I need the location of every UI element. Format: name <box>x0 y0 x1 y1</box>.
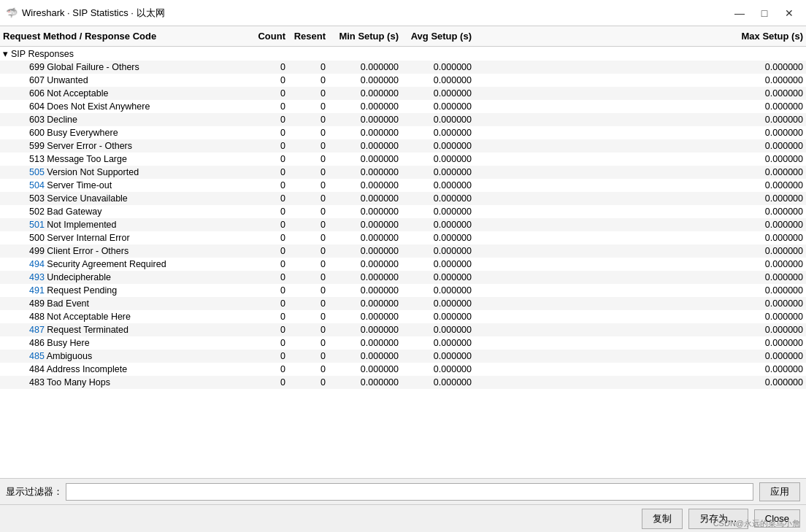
response-code: 604 <box>29 101 45 112</box>
table-container[interactable]: Request Method / Response Code Count Res… <box>0 26 806 478</box>
method-cell: 505 Version Not Supported <box>0 166 248 179</box>
table-row: 489 Bad Event 0 0 0.000000 0.000000 0.00… <box>0 297 806 310</box>
method-cell: 494 Security Agreement Required <box>0 258 248 271</box>
method-cell: 600 Busy Everywhere <box>0 126 248 139</box>
count-cell: 0 <box>248 376 288 389</box>
max-cell: 0.000000 <box>475 166 806 179</box>
resent-cell: 0 <box>288 205 329 218</box>
group-header-row: ▾SIP Responses <box>0 47 806 61</box>
resent-cell: 0 <box>288 179 329 192</box>
response-code-link[interactable]: 493 <box>29 272 45 282</box>
min-cell: 0.000000 <box>329 297 402 310</box>
count-cell: 0 <box>248 100 288 113</box>
table-row: 600 Busy Everywhere 0 0 0.000000 0.00000… <box>0 126 806 139</box>
min-cell: 0.000000 <box>329 166 402 179</box>
resent-cell: 0 <box>288 139 329 153</box>
min-cell: 0.000000 <box>329 87 402 100</box>
resent-cell: 0 <box>288 61 329 74</box>
table-row: 699 Global Failure - Others 0 0 0.000000… <box>0 61 806 74</box>
group-max <box>475 47 806 61</box>
count-cell: 0 <box>248 297 288 310</box>
count-cell: 0 <box>248 244 288 258</box>
resent-cell: 0 <box>288 113 329 126</box>
filter-input[interactable] <box>66 483 753 501</box>
max-cell: 0.000000 <box>475 153 806 166</box>
count-cell: 0 <box>248 192 288 205</box>
response-desc: Client Error - Others <box>45 246 128 256</box>
response-code-link[interactable]: 501 <box>29 220 45 230</box>
avg-cell: 0.000000 <box>402 363 475 376</box>
window-title: Wireshark · SIP Statistics · 以太网 <box>22 7 729 20</box>
count-cell: 0 <box>248 205 288 218</box>
method-cell: 501 Not Implemented <box>0 218 248 231</box>
min-cell: 0.000000 <box>329 192 402 205</box>
filter-label: 显示过滤器： <box>6 485 63 498</box>
window-controls: — □ ✕ <box>729 5 800 21</box>
min-cell: 0.000000 <box>329 153 402 166</box>
bottom-bar: 复制 另存为… Close <box>0 504 806 532</box>
max-cell: 0.000000 <box>475 376 806 389</box>
count-cell: 0 <box>248 218 288 231</box>
table-row: 603 Decline 0 0 0.000000 0.000000 0.0000… <box>0 113 806 126</box>
response-code: 483 <box>29 377 45 388</box>
response-desc: Busy Everywhere <box>45 128 118 138</box>
response-desc: Service Unavailable <box>45 193 128 204</box>
resent-cell: 0 <box>288 284 329 297</box>
table-row: 494 Security Agreement Required 0 0 0.00… <box>0 258 806 271</box>
resent-cell: 0 <box>288 74 329 87</box>
response-code: 499 <box>29 246 45 256</box>
table-row: 483 Too Many Hops 0 0 0.000000 0.000000 … <box>0 376 806 389</box>
table-row: 607 Unwanted 0 0 0.000000 0.000000 0.000… <box>0 74 806 87</box>
avg-cell: 0.000000 <box>402 100 475 113</box>
avg-cell: 0.000000 <box>402 74 475 87</box>
response-code: 486 <box>29 338 45 348</box>
min-cell: 0.000000 <box>329 61 402 74</box>
min-cell: 0.000000 <box>329 139 402 153</box>
avg-cell: 0.000000 <box>402 126 475 139</box>
response-desc: Address Incomplete <box>45 364 127 374</box>
table-row: 485 Ambiguous 0 0 0.000000 0.000000 0.00… <box>0 350 806 363</box>
response-desc: Server Error - Others <box>45 141 132 151</box>
close-button[interactable]: ✕ <box>778 5 800 21</box>
maximize-button[interactable]: □ <box>753 5 775 21</box>
min-cell: 0.000000 <box>329 179 402 192</box>
min-cell: 0.000000 <box>329 205 402 218</box>
minimize-button[interactable]: — <box>729 5 751 21</box>
resent-cell: 0 <box>288 192 329 205</box>
min-cell: 0.000000 <box>329 284 402 297</box>
apply-filter-button[interactable]: 应用 <box>759 482 800 501</box>
response-code-link[interactable]: 505 <box>29 167 45 177</box>
group-min <box>329 47 402 61</box>
avg-cell: 0.000000 <box>402 297 475 310</box>
response-code: 607 <box>29 75 45 85</box>
max-cell: 0.000000 <box>475 336 806 350</box>
max-cell: 0.000000 <box>475 271 806 284</box>
response-code-link[interactable]: 491 <box>29 285 45 296</box>
resent-cell: 0 <box>288 231 329 244</box>
response-desc: Message Too Large <box>45 154 127 164</box>
response-code-link[interactable]: 485 <box>29 351 45 361</box>
response-desc: Undecipherable <box>45 272 111 282</box>
table-row: 604 Does Not Exist Anywhere 0 0 0.000000… <box>0 100 806 113</box>
table-row: 504 Server Time-out 0 0 0.000000 0.00000… <box>0 179 806 192</box>
group-count <box>248 47 288 61</box>
resent-cell: 0 <box>288 323 329 336</box>
response-code: 502 <box>29 207 45 217</box>
avg-cell: 0.000000 <box>402 336 475 350</box>
max-cell: 0.000000 <box>475 323 806 336</box>
copy-button[interactable]: 复制 <box>642 509 683 529</box>
resent-cell: 0 <box>288 350 329 363</box>
count-cell: 0 <box>248 271 288 284</box>
col-header-method: Request Method / Response Code <box>0 26 248 47</box>
max-cell: 0.000000 <box>475 74 806 87</box>
method-cell: 487 Request Terminated <box>0 323 248 336</box>
response-code-link[interactable]: 504 <box>29 180 45 190</box>
title-bar: 🦈 Wireshark · SIP Statistics · 以太网 — □ ✕ <box>0 0 806 26</box>
collapse-icon[interactable]: ▾ <box>3 49 8 59</box>
method-cell: 484 Address Incomplete <box>0 363 248 376</box>
response-code-link[interactable]: 487 <box>29 325 45 335</box>
response-desc: Not Acceptable Here <box>45 312 131 322</box>
response-code-link[interactable]: 494 <box>29 259 45 269</box>
max-cell: 0.000000 <box>475 310 806 323</box>
count-cell: 0 <box>248 179 288 192</box>
